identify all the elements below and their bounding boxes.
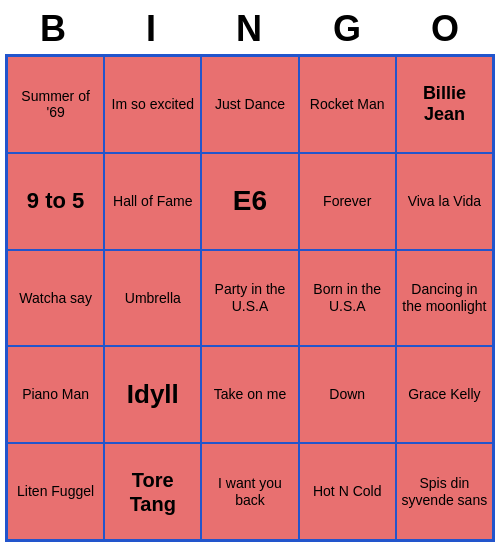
bingo-cell-8: Forever [299, 153, 396, 250]
bingo-cell-15: Piano Man [7, 346, 104, 443]
title-o: O [401, 8, 491, 50]
bingo-cell-21: Tore Tang [104, 443, 201, 540]
title-i: I [107, 8, 197, 50]
bingo-cell-22: I want you back [201, 443, 298, 540]
title-n: N [205, 8, 295, 50]
bingo-cell-10: Watcha say [7, 250, 104, 347]
bingo-cell-7: E6 [201, 153, 298, 250]
bingo-cell-19: Grace Kelly [396, 346, 493, 443]
bingo-cell-9: Viva la Vida [396, 153, 493, 250]
bingo-cell-3: Rocket Man [299, 56, 396, 153]
bingo-cell-0: Summer of '69 [7, 56, 104, 153]
title-g: G [303, 8, 393, 50]
bingo-grid: Summer of '69Im so excitedJust DanceRock… [5, 54, 495, 542]
bingo-cell-4: Billie Jean [396, 56, 493, 153]
bingo-cell-13: Born in the U.S.A [299, 250, 396, 347]
bingo-cell-24: Spis din syvende sans [396, 443, 493, 540]
title-b: B [9, 8, 99, 50]
bingo-cell-23: Hot N Cold [299, 443, 396, 540]
bingo-cell-18: Down [299, 346, 396, 443]
bingo-cell-14: Dancing in the moonlight [396, 250, 493, 347]
bingo-cell-2: Just Dance [201, 56, 298, 153]
bingo-cell-17: Take on me [201, 346, 298, 443]
bingo-cell-12: Party in the U.S.A [201, 250, 298, 347]
bingo-cell-5: 9 to 5 [7, 153, 104, 250]
bingo-cell-1: Im so excited [104, 56, 201, 153]
bingo-cell-20: Liten Fuggel [7, 443, 104, 540]
bingo-cell-6: Hall of Fame [104, 153, 201, 250]
bingo-cell-11: Umbrella [104, 250, 201, 347]
bingo-cell-16: Idyll [104, 346, 201, 443]
bingo-title: B I N G O [5, 0, 495, 54]
